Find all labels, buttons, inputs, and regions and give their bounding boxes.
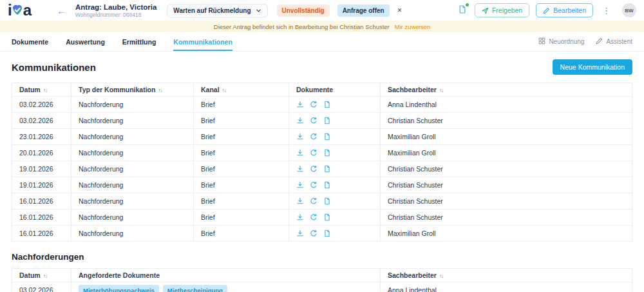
- refresh-icon[interactable]: [310, 149, 317, 157]
- column-header-sachbearbeiter[interactable]: Sachbearbeiter↑↓: [381, 269, 632, 282]
- table-row[interactable]: 20.01.2026NachforderungBriefMaximilian G…: [12, 145, 632, 161]
- app-logo[interactable]: i a: [8, 3, 44, 17]
- column-header-kanal[interactable]: Kanal↑↓: [194, 83, 289, 97]
- table-row[interactable]: 03.02.2026MieterhöhungsnachweisMietbesch…: [12, 282, 632, 292]
- sort-icon[interactable]: ↑↓: [222, 88, 226, 93]
- document-icon[interactable]: [323, 229, 331, 237]
- column-header-typ-der-kommunikation[interactable]: Typ der Kommunikation↑↓: [71, 83, 194, 97]
- cell-typ: Nachforderung: [71, 209, 194, 226]
- cell-typ: Nachforderung: [71, 129, 194, 145]
- table-row[interactable]: 23.01.2026NachforderungBriefMaximilian G…: [12, 129, 632, 145]
- status-dropdown-value: Warten auf Rückmeldung: [173, 7, 251, 14]
- column-header-sachbearbeiter[interactable]: Sachbearbeiter↑↓: [381, 83, 632, 97]
- download-icon[interactable]: [296, 197, 304, 205]
- status-dropdown[interactable]: Warten auf Rückmeldung: [167, 4, 267, 17]
- table-row[interactable]: 03.02.2026NachforderungBriefChristian Sc…: [12, 113, 632, 129]
- bearbeiten-label: Bearbeiten: [553, 6, 586, 14]
- document-icon[interactable]: [323, 181, 331, 189]
- sort-icon[interactable]: ↑↓: [43, 273, 47, 279]
- document-icon[interactable]: [323, 149, 331, 157]
- cell-dokumente: [289, 129, 381, 145]
- kommunikationen-section-head: Kommunikationen Neue Kommunikation: [12, 59, 632, 75]
- document-icon[interactable]: [323, 133, 331, 141]
- export-document-button[interactable]: [458, 5, 467, 17]
- table-row[interactable]: 19.01.2026NachforderungBriefChristian Sc…: [12, 161, 632, 177]
- refresh-icon[interactable]: [310, 229, 317, 237]
- cell-kanal: Brief: [194, 161, 289, 177]
- document-actions: [296, 117, 373, 124]
- document-icon[interactable]: [323, 117, 331, 124]
- sort-icon[interactable]: ↑↓: [158, 88, 162, 93]
- nachforderungen-table: Datum↑↓Angeforderte DokumenteSachbearbei…: [12, 268, 632, 292]
- cell-typ: Nachforderung: [71, 161, 194, 177]
- download-icon[interactable]: [296, 213, 304, 221]
- download-icon[interactable]: [296, 101, 304, 108]
- neue-kommunikation-button[interactable]: Neue Kommunikation: [553, 59, 632, 75]
- tool-neuordnung[interactable]: Neuordnung: [538, 37, 584, 46]
- download-icon[interactable]: [296, 181, 304, 189]
- tab-auswertung[interactable]: Auswertung: [66, 32, 105, 51]
- document-actions: [296, 213, 373, 221]
- back-arrow-icon[interactable]: ←: [57, 5, 66, 16]
- assign-to-me-link[interactable]: Mir zuweisen: [395, 23, 430, 30]
- document-icon[interactable]: [323, 197, 331, 205]
- cell-dokumente: [289, 193, 381, 209]
- download-icon[interactable]: [296, 117, 304, 124]
- cell-sachbearbeiter: Anna Lindenthal: [381, 282, 632, 292]
- document-actions: [296, 101, 373, 108]
- cell-typ: Nachforderung: [71, 193, 194, 209]
- avatar[interactable]: BW: [622, 3, 636, 17]
- document-actions: [296, 165, 373, 173]
- main-content: Kommunikationen Neue Kommunikation Datum…: [0, 59, 644, 292]
- pen-icon: [596, 37, 603, 46]
- document-actions: [296, 181, 373, 189]
- refresh-icon[interactable]: [310, 133, 317, 141]
- sort-icon[interactable]: ↑↓: [439, 273, 443, 279]
- refresh-icon[interactable]: [310, 213, 317, 221]
- refresh-icon[interactable]: [310, 165, 317, 173]
- table-row[interactable]: 19.01.2026NachforderungBriefChristian Sc…: [12, 177, 632, 193]
- column-label: Datum: [19, 271, 41, 279]
- download-icon[interactable]: [296, 165, 304, 173]
- tab-kommunikationen[interactable]: Kommunikationen: [173, 32, 232, 51]
- column-header-datum[interactable]: Datum↑↓: [12, 83, 71, 97]
- table-row[interactable]: 16.01.2026NachforderungBriefMaximilian G…: [12, 226, 632, 242]
- refresh-icon[interactable]: [310, 101, 317, 108]
- bearbeiten-button[interactable]: Bearbeiten: [536, 3, 593, 17]
- tab-dokumente[interactable]: Dokumente: [12, 32, 48, 51]
- column-label: Datum: [19, 86, 41, 93]
- column-header-datum[interactable]: Datum↑↓: [12, 269, 71, 282]
- document-icon[interactable]: [323, 101, 331, 108]
- status-badge-incomplete: Unvollständig: [277, 5, 330, 17]
- close-icon[interactable]: ✕: [396, 6, 404, 15]
- tool-assistent[interactable]: Assistent: [596, 37, 632, 46]
- sort-icon[interactable]: ↑↓: [43, 88, 47, 93]
- table-row[interactable]: 16.01.2026NachforderungBriefChristian Sc…: [12, 209, 632, 226]
- refresh-icon[interactable]: [310, 117, 317, 124]
- cell-datum: 16.01.2026: [12, 209, 71, 226]
- table-header-row: Datum↑↓Angeforderte DokumenteSachbearbei…: [12, 269, 632, 282]
- table-header-row: Datum↑↓Typ der Kommunikation↑↓Kanal↑↓Dok…: [12, 83, 632, 97]
- cell-sachbearbeiter: Christian Schuster: [381, 193, 632, 209]
- refresh-icon[interactable]: [310, 197, 317, 205]
- download-icon[interactable]: [296, 149, 304, 157]
- table-row[interactable]: 16.01.2026NachforderungBriefChristian Sc…: [12, 193, 632, 209]
- notice-text: Dieser Antrag befindet sich in Bearbeitu…: [214, 23, 390, 30]
- cell-kanal: Brief: [194, 129, 289, 145]
- tab-ermittlung[interactable]: Ermittlung: [122, 32, 156, 51]
- refresh-icon[interactable]: [310, 181, 317, 189]
- sort-icon[interactable]: ↑↓: [439, 88, 443, 93]
- column-label: Typ der Kommunikation: [79, 86, 155, 93]
- table-row[interactable]: 03.02.2026NachforderungBriefAnna Lindent…: [12, 97, 632, 113]
- download-icon[interactable]: [296, 229, 304, 237]
- document-icon[interactable]: [323, 165, 331, 173]
- download-icon[interactable]: [296, 133, 304, 141]
- cell-sachbearbeiter: Anna Lindenthal: [381, 97, 632, 113]
- document-tags: MieterhöhungsnachweisMietbescheinigung: [79, 285, 373, 292]
- app-header: i a ← Antrag: Laube, Victoria Wohngeldnu…: [0, 0, 644, 21]
- more-options-icon[interactable]: ⋮: [600, 6, 613, 15]
- assignment-notice-bar: Dieser Antrag befindet sich in Bearbeitu…: [0, 21, 644, 32]
- freigeben-button[interactable]: Freigeben: [475, 3, 529, 17]
- column-label: Kanal: [201, 86, 220, 93]
- document-icon[interactable]: [323, 213, 331, 221]
